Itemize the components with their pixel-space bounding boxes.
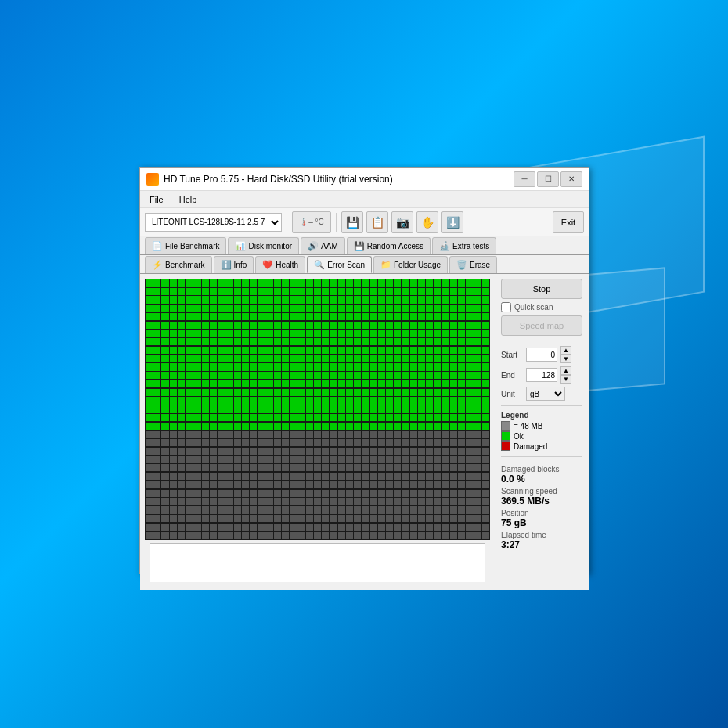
grid-cell <box>274 380 281 387</box>
grid-cell <box>242 389 249 396</box>
grid-cell <box>258 347 265 354</box>
drive-select[interactable]: LITEONIT LCS-128L9S-11 2.5 7mm 1HC7 <box>145 213 282 232</box>
grid-cell <box>297 363 305 370</box>
grid-cell <box>314 355 321 362</box>
toolbar-btn-download[interactable]: ⬇️ <box>441 211 463 233</box>
grid-cell <box>202 473 209 480</box>
end-spin-down[interactable]: ▼ <box>560 375 571 384</box>
quick-scan-label[interactable]: Quick scan <box>514 303 553 312</box>
temperature-display: 🌡️ – °C <box>292 211 331 233</box>
end-spin-up[interactable]: ▲ <box>560 366 571 375</box>
grid-cell <box>258 305 265 312</box>
toolbar-btn-disk[interactable]: 💾 <box>341 211 363 233</box>
grid-cell <box>218 481 225 488</box>
start-spin-down[interactable]: ▼ <box>560 355 571 363</box>
grid-cell <box>330 279 337 287</box>
grid-cell <box>346 456 353 463</box>
grid-cell <box>322 279 329 287</box>
grid-cell <box>370 473 377 480</box>
speed-map-button[interactable]: Speed map <box>501 315 582 336</box>
maximize-button[interactable]: ☐ <box>537 171 559 187</box>
grid-cell <box>202 405 209 413</box>
grid-cell <box>378 313 385 320</box>
grid-cell <box>458 347 465 354</box>
grid-cell <box>202 439 209 446</box>
grid-cell <box>282 431 289 438</box>
grid-cell <box>386 305 393 312</box>
tab-erase[interactable]: 🗑️ Erase <box>449 256 497 273</box>
end-input[interactable] <box>526 368 557 382</box>
grid-cell <box>225 397 232 404</box>
grid-cell <box>178 397 185 404</box>
grid-cell <box>322 296 329 303</box>
grid-cell <box>297 515 305 522</box>
grid-cell <box>362 414 369 421</box>
grid-cell <box>282 347 289 354</box>
toolbar-btn-hand[interactable]: ✋ <box>416 211 438 233</box>
close-button[interactable]: ✕ <box>560 171 582 187</box>
grid-cell <box>290 498 297 505</box>
grid-cell <box>410 431 417 438</box>
toolbar-btn-copy[interactable]: 📋 <box>366 211 388 233</box>
grid-cell <box>250 431 257 438</box>
grid-cell <box>474 439 481 446</box>
tab-random-access[interactable]: 💾 Random Access <box>347 237 431 254</box>
grid-cell <box>418 532 425 539</box>
grid-cell <box>186 423 193 430</box>
grid-cell <box>434 498 441 505</box>
grid-cell <box>193 338 200 345</box>
menu-help[interactable]: Help <box>175 193 202 206</box>
grid-cell <box>362 423 369 430</box>
grid-cell <box>338 464 345 471</box>
grid-cell <box>338 456 345 463</box>
grid-cell <box>386 515 393 522</box>
grid-cell <box>170 313 177 320</box>
menu-file[interactable]: File <box>145 193 168 206</box>
grid-cell <box>170 363 177 370</box>
tab-aam[interactable]: 🔊 AAM <box>301 237 345 254</box>
tab-file-benchmark[interactable]: 📄 File Benchmark <box>145 237 226 254</box>
tab-extra-tests[interactable]: 🔬 Extra tests <box>432 237 496 254</box>
elapsed-time-row: Elapsed time 3:27 <box>501 531 582 550</box>
grid-cell <box>346 405 353 413</box>
tab-disk-monitor[interactable]: 📊 Disk monitor <box>228 237 299 254</box>
grid-cell <box>354 363 361 370</box>
exit-button[interactable]: Exit <box>553 211 584 233</box>
tab-folder-usage[interactable]: 📁 Folder Usage <box>373 256 448 273</box>
toolbar-btn-camera[interactable]: 📷 <box>391 211 413 233</box>
start-spin-up[interactable]: ▲ <box>560 346 571 355</box>
quick-scan-checkbox[interactable] <box>501 302 511 312</box>
tab-error-scan[interactable]: 🔍 Error Scan <box>307 256 372 273</box>
grid-cell <box>450 456 457 463</box>
start-input[interactable] <box>526 348 557 362</box>
grid-cell <box>402 305 409 312</box>
grid-cell <box>202 481 209 488</box>
grid-cell <box>314 389 321 396</box>
grid-cell <box>330 355 337 362</box>
grid-cell <box>346 338 353 345</box>
grid-cell <box>170 498 177 505</box>
grid-cell <box>297 296 305 303</box>
grid-cell <box>274 338 281 345</box>
grid-cell <box>394 515 401 522</box>
grid-cell <box>354 464 361 471</box>
grid-cell <box>210 397 217 404</box>
grid-cell <box>482 279 489 287</box>
grid-cell <box>250 506 257 514</box>
grid-cell <box>434 448 441 455</box>
grid-cell <box>354 524 361 531</box>
grid-cell <box>338 405 345 413</box>
grid-cell <box>146 279 153 287</box>
unit-select[interactable]: gB MB Sectors <box>526 387 565 401</box>
tab-benchmark[interactable]: ⚡ Benchmark <box>145 256 212 273</box>
grid-cell <box>210 296 217 303</box>
grid-cell <box>153 372 160 379</box>
minimize-button[interactable]: ─ <box>514 171 535 187</box>
grid-cell <box>474 405 481 413</box>
tab-health[interactable]: ❤️ Health <box>255 256 305 273</box>
grid-cell <box>202 414 209 421</box>
grid-cell <box>426 288 433 295</box>
stop-button[interactable]: Stop <box>501 279 582 299</box>
grid-cell <box>450 397 457 404</box>
tab-info[interactable]: ℹ️ Info <box>214 256 254 273</box>
